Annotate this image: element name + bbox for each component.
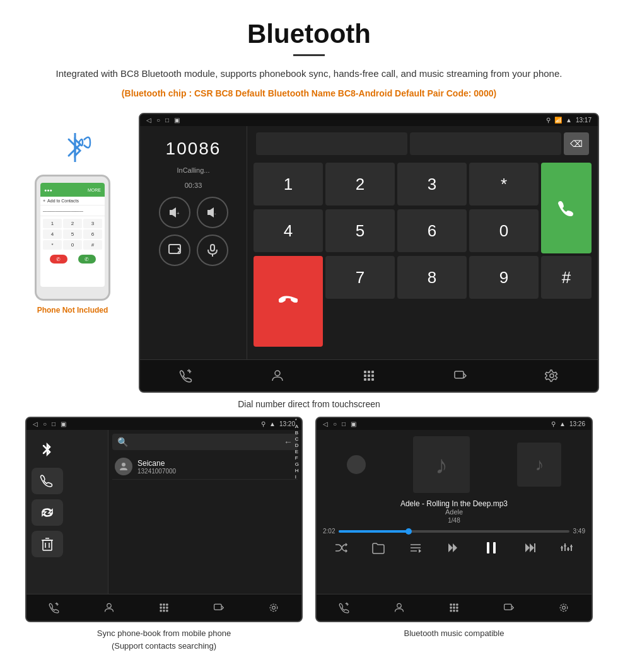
music-track: 1/48 [323,517,585,524]
numpad-key-4[interactable]: 4 [254,209,323,252]
pb-sidebar-bluetooth[interactable] [32,436,63,463]
navbar-contacts-icon[interactable] [265,366,290,385]
volume-down-btn[interactable]: - [197,197,228,228]
navbar-dialpad-icon[interactable] [356,366,382,385]
progress-bar-track[interactable] [339,530,569,533]
numpad-key-7[interactable]: 7 [325,256,395,299]
pb-navbar-contacts[interactable] [98,600,120,616]
svg-rect-36 [214,605,221,610]
phone-key-3[interactable]: 3 [83,219,102,228]
svg-rect-6 [211,245,214,251]
playlist-btn[interactable] [409,541,423,555]
progress-dot[interactable] [405,528,412,535]
pb-contact-row[interactable]: Seicane 13241007000 * A B C D E F G [112,454,298,480]
add-contact-label: Add to Contacts [47,199,79,203]
music-nav-back[interactable]: ◁ [323,420,328,427]
svg-rect-65 [450,610,452,612]
transfer-btn[interactable] [159,235,190,266]
phone-key-9[interactable]: * [43,240,62,250]
numpad-key-6[interactable]: 6 [397,209,467,252]
svg-marker-3 [207,207,214,217]
phone-key-hash[interactable]: # [83,240,102,250]
pb-navbar-settings[interactable] [262,600,285,616]
svg-rect-63 [453,607,455,609]
navbar-transfer-icon[interactable] [448,366,473,385]
shuffle-btn[interactable] [334,541,348,555]
pb-sidebar-call[interactable] [32,468,63,494]
pb-main: 🔍 ← Seicane 13241007 [108,430,301,594]
backspace-btn[interactable]: ⌫ [564,132,589,155]
dial-input-field[interactable] [256,132,407,155]
dial-input-field-2[interactable] [410,132,561,155]
title-divider [293,54,325,56]
music-navbar-dialpad[interactable] [443,600,465,616]
nav-back-icon[interactable]: ◁ [146,117,151,124]
svg-point-38 [271,605,277,611]
equalizer-btn[interactable] [559,541,573,555]
pb-back-arrow[interactable]: ← [284,437,293,447]
numpad-key-5[interactable]: 5 [325,209,395,252]
numpad-key-star[interactable]: * [469,163,539,206]
svg-point-37 [272,606,276,610]
music-navbar-settings[interactable] [552,600,575,616]
navbar-settings-icon[interactable] [539,366,564,385]
music-navbar-person-icon [394,602,405,613]
play-pause-btn[interactable] [483,540,499,556]
phone-call-btn[interactable]: ✆ [78,255,96,264]
svg-rect-12 [364,374,366,377]
numpad-key-9[interactable]: 9 [469,256,539,299]
music-progress-bar: 2:02 3:49 [323,528,585,535]
pb-sidebar-sync[interactable] [32,499,63,526]
music-nav-recents[interactable]: □ [342,420,346,427]
music-navbar-contacts[interactable] [388,600,411,616]
numpad-key-0[interactable]: 0 [469,209,539,252]
next-btn[interactable] [523,541,537,555]
music-nav-home[interactable]: ○ [333,420,337,427]
pb-navbar-dialpad[interactable] [153,600,175,616]
end-call-btn[interactable] [254,256,323,347]
phone-key-4[interactable]: 4 [43,229,62,239]
svg-rect-10 [368,371,370,373]
nav-home-icon[interactable]: ○ [156,117,160,124]
numpad-key-2[interactable]: 2 [325,163,395,206]
folder-btn[interactable] [371,541,385,555]
mic-btn[interactable] [197,235,228,266]
pb-sidebar-delete[interactable] [32,531,63,557]
pb-navbar-transfer[interactable] [207,600,230,616]
alpha-d: D [295,443,299,448]
call-btn[interactable] [541,163,592,253]
volume-up-btn[interactable]: + [159,197,190,228]
numpad-key-8[interactable]: 8 [397,256,467,299]
music-time: 13:26 [569,420,585,427]
pb-nav-home[interactable]: ○ [43,420,47,427]
alpha-h: H [295,468,299,473]
navbar-call-icon[interactable] [173,366,199,385]
phone-key-6[interactable]: 6 [83,229,102,239]
pb-nav-back[interactable]: ◁ [33,420,38,427]
music-album-art-small: ♪ [517,443,561,487]
phone-key-2[interactable]: 2 [63,219,82,228]
dial-controls: + - [159,197,228,266]
music-navbar-transfer-icon [503,602,515,613]
pb-contact-number: 13241007000 [137,468,295,475]
phone-key-1[interactable]: 1 [43,219,62,228]
pb-nav-recents[interactable]: □ [52,420,55,427]
phone-key-0[interactable]: 0 [63,240,82,250]
music-navbar-call[interactable] [333,600,356,616]
music-navbar-transfer[interactable] [498,600,520,616]
music-album-art: ♪ [413,436,470,493]
pb-navbar-call[interactable] [43,600,66,616]
numpad-key-1[interactable]: 1 [254,163,323,206]
numpad-key-hash[interactable]: # [541,256,592,299]
prev-btn[interactable] [446,541,460,555]
phone-key-5[interactable]: 5 [63,229,82,239]
nav-recents-icon[interactable]: □ [165,117,169,124]
svg-point-25 [122,463,125,466]
phone-end-btn[interactable]: ✆ [50,255,67,264]
svg-marker-1 [170,207,176,217]
end-call-icon [279,292,298,311]
svg-point-58 [397,604,402,608]
svg-rect-49 [534,543,535,552]
pb-search-bar[interactable]: 🔍 ← [112,434,298,450]
numpad-key-3[interactable]: 3 [397,163,467,206]
